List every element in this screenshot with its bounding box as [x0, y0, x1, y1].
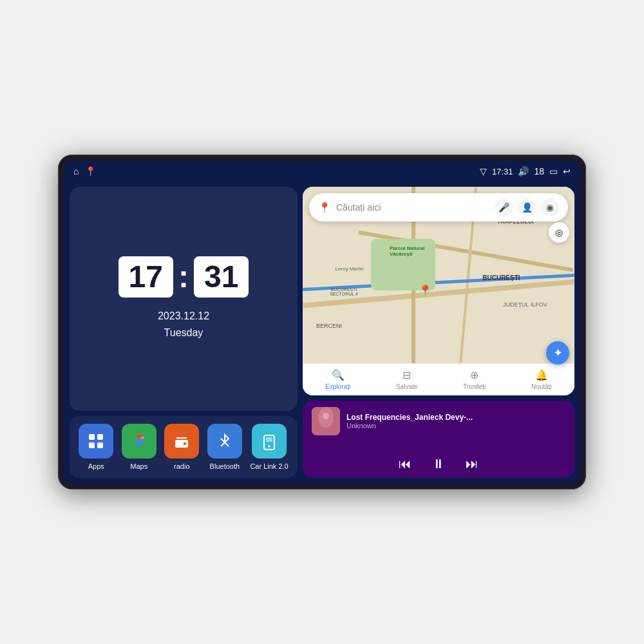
main-content: 17 : 31 2023.12.12 Tuesday: [64, 182, 580, 483]
map-nav-send[interactable]: ⊕ Trimiteți: [463, 369, 486, 390]
screen: ⌂ 📍 ▽ 17:31 🔊 18 ▭ ↩ 17 :: [64, 161, 580, 483]
map-label-sector4: BUCUREȘTISECTORUL 4: [330, 287, 358, 296]
account-icon[interactable]: 👤: [518, 198, 536, 216]
maps-label: Maps: [130, 462, 147, 470]
map-search-placeholder: Căutați aici: [336, 202, 489, 213]
map-widget[interactable]: TRAPEZULUI BUCUREȘTI JUDEȚUL ILFOV BERCE…: [303, 187, 574, 395]
clock-hour: 17: [118, 256, 173, 298]
compass-icon[interactable]: ◎: [549, 222, 569, 243]
news-label: Noutăți: [531, 383, 552, 390]
svg-rect-6: [176, 437, 187, 439]
explore-label: Explorați: [325, 383, 350, 390]
map-nav-saved[interactable]: ⊟ Salvate: [396, 369, 417, 390]
status-right-icons: ▽ 17:31 🔊 18 ▭ ↩: [480, 166, 571, 176]
device-shell: ⌂ 📍 ▽ 17:31 🔊 18 ▭ ↩ 17 :: [58, 155, 586, 489]
carlink-icon: [252, 424, 287, 459]
music-widget: Lost Frequencies_Janieck Devy-... Unknow…: [303, 401, 574, 478]
date-display: 2023.12.12 Tuesday: [158, 308, 209, 341]
layers-icon[interactable]: ◉: [541, 198, 559, 216]
clock-widget: 17 : 31 2023.12.12 Tuesday: [70, 187, 298, 411]
radio-icon: FM: [164, 424, 199, 459]
radio-label: radio: [174, 462, 189, 470]
svg-rect-3: [97, 442, 103, 448]
battery-icon: ▭: [549, 166, 558, 176]
app-item-radio[interactable]: FM radio: [164, 424, 199, 470]
map-search-icons: 🎤 👤 ◉: [495, 198, 559, 216]
back-icon[interactable]: ↩: [563, 166, 571, 176]
status-time: 17:31: [492, 167, 513, 176]
explore-icon: 🔍: [332, 369, 345, 381]
music-artist: Unknown: [346, 422, 565, 430]
music-top: Lost Frequencies_Janieck Devy-... Unknow…: [312, 407, 565, 435]
play-pause-button[interactable]: ⏸: [432, 457, 445, 471]
google-maps-icon: 📍: [318, 202, 331, 214]
svg-point-13: [323, 413, 329, 419]
map-search-bar[interactable]: 📍 Căutați aici 🎤 👤 ◉: [309, 193, 568, 222]
prev-button[interactable]: ⏮: [399, 457, 412, 471]
clock-display: 17 : 31: [118, 256, 249, 298]
map-bottom-nav: 🔍 Explorați ⊟ Salvate ⊕ Trimiteți 🔔: [303, 363, 574, 395]
signal-icon: ▽: [480, 166, 487, 176]
map-nav-explore[interactable]: 🔍 Explorați: [325, 369, 350, 390]
map-label-ilfov: JUDEȚUL ILFOV: [503, 301, 547, 308]
app-bar: Apps Maps: [70, 416, 298, 478]
status-left-icons: ⌂ 📍: [73, 166, 96, 176]
saved-label: Salvate: [396, 383, 417, 390]
app-item-maps[interactable]: Maps: [122, 424, 156, 470]
right-panel: TRAPEZULUI BUCUREȘTI JUDEȚUL ILFOV BERCE…: [303, 182, 580, 483]
mic-icon[interactable]: 🎤: [495, 198, 513, 216]
volume-level: 18: [534, 166, 544, 176]
news-icon: 🔔: [535, 369, 548, 381]
carlink-label: Car Link 2.0: [250, 462, 288, 470]
map-label-leroy: Leroy Merlin: [336, 266, 364, 272]
day-value: Tuesday: [164, 327, 204, 338]
svg-rect-1: [97, 434, 103, 440]
date-value: 2023.12.12: [158, 310, 209, 321]
map-side-buttons: ◎: [549, 222, 569, 243]
volume-icon: 🔊: [518, 166, 529, 176]
app-item-carlink[interactable]: Car Link 2.0: [250, 424, 288, 470]
svg-rect-0: [89, 434, 95, 440]
app-item-apps[interactable]: Apps: [79, 424, 113, 470]
next-button[interactable]: ⏭: [466, 457, 478, 471]
maps-icon: [122, 424, 156, 459]
music-controls: ⏮ ⏸ ⏭: [312, 457, 565, 471]
music-info: Lost Frequencies_Janieck Devy-... Unknow…: [346, 413, 565, 430]
svg-text:FM: FM: [177, 443, 181, 446]
bluetooth-label: Bluetooth: [210, 462, 240, 470]
svg-rect-9: [266, 437, 272, 442]
navigation-fab[interactable]: ✦: [546, 341, 569, 365]
music-thumbnail: [312, 407, 340, 435]
send-label: Trimiteți: [463, 383, 486, 390]
saved-icon: ⊟: [402, 369, 411, 381]
left-panel: 17 : 31 2023.12.12 Tuesday: [64, 182, 303, 483]
clock-separator: :: [178, 261, 189, 292]
home-icon[interactable]: ⌂: [73, 166, 79, 176]
bluetooth-icon: [207, 424, 242, 459]
status-bar: ⌂ 📍 ▽ 17:31 🔊 18 ▭ ↩: [64, 161, 580, 182]
location-icon[interactable]: 📍: [85, 166, 96, 176]
svg-point-5: [183, 442, 187, 446]
send-icon: ⊕: [470, 369, 478, 381]
map-label-bucuresti: BUCUREȘTI: [482, 274, 520, 281]
map-label-parc: Parcul NaturalVăcărești: [390, 245, 424, 257]
music-title: Lost Frequencies_Janieck Devy-...: [346, 413, 565, 422]
apps-icon: [79, 424, 113, 459]
app-item-bluetooth[interactable]: Bluetooth: [207, 424, 242, 470]
svg-rect-2: [89, 442, 95, 448]
clock-minute: 31: [194, 256, 249, 298]
svg-point-10: [269, 446, 270, 448]
apps-label: Apps: [88, 462, 104, 470]
map-label-berceni: BERCENI: [316, 323, 342, 329]
map-nav-news[interactable]: 🔔 Noutăți: [531, 369, 552, 390]
